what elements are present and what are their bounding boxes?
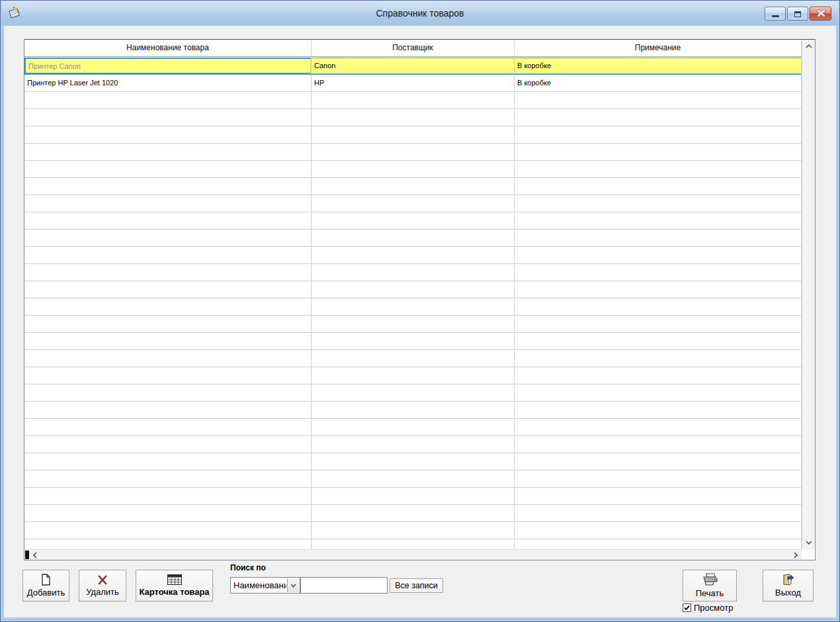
table-cell[interactable]	[24, 333, 312, 349]
table-cell[interactable]	[312, 178, 515, 195]
delete-button[interactable]: Удалить	[79, 570, 126, 601]
table-cell[interactable]	[312, 195, 515, 212]
table-row[interactable]	[24, 419, 802, 436]
table-row[interactable]	[24, 230, 802, 247]
table-cell[interactable]	[515, 195, 802, 212]
table-row[interactable]	[24, 505, 802, 522]
table-cell[interactable]	[515, 144, 802, 160]
table-cell[interactable]	[312, 419, 515, 435]
table-cell[interactable]	[24, 212, 312, 229]
table-cell[interactable]	[515, 470, 802, 487]
chevron-left-icon[interactable]	[30, 550, 40, 560]
scrollbar-thumb[interactable]	[25, 551, 29, 559]
table-cell[interactable]	[312, 470, 515, 487]
table-cell[interactable]: В коробке	[515, 75, 802, 91]
table-cell[interactable]	[515, 402, 802, 418]
table-cell[interactable]	[312, 436, 515, 453]
table-row[interactable]	[24, 384, 802, 402]
table-row[interactable]	[24, 109, 802, 126]
table-cell[interactable]: В коробке	[515, 58, 802, 74]
table-cell[interactable]	[515, 436, 802, 453]
table-cell[interactable]: Принтер Canon	[24, 58, 312, 74]
table-cell[interactable]	[24, 470, 312, 487]
table-cell[interactable]	[515, 92, 802, 109]
minimize-button[interactable]	[765, 7, 786, 21]
table-row[interactable]	[24, 212, 802, 230]
table-cell[interactable]	[312, 92, 515, 109]
table-cell[interactable]	[24, 522, 312, 539]
maximize-button[interactable]	[787, 7, 808, 21]
table-cell[interactable]	[312, 522, 515, 539]
table-cell[interactable]	[515, 264, 802, 281]
table-row[interactable]	[24, 126, 802, 144]
table-cell[interactable]	[515, 539, 802, 549]
table-row[interactable]	[24, 92, 802, 109]
table-row[interactable]	[24, 247, 802, 264]
table-cell[interactable]	[24, 144, 312, 160]
search-field-select[interactable]: Наименованию	[230, 577, 300, 594]
exit-button[interactable]: Выход	[763, 570, 814, 601]
table-cell[interactable]	[312, 505, 515, 521]
horizontal-scrollbar[interactable]	[24, 549, 802, 560]
table-cell[interactable]	[24, 178, 312, 195]
table-cell[interactable]	[24, 126, 312, 143]
table-cell[interactable]	[24, 367, 312, 384]
table-cell[interactable]	[515, 230, 802, 246]
table-cell[interactable]	[24, 539, 312, 549]
chevron-right-icon[interactable]	[791, 550, 800, 560]
table-cell[interactable]	[312, 384, 515, 401]
table-cell[interactable]	[24, 281, 312, 298]
table-cell[interactable]	[515, 212, 802, 229]
search-input[interactable]	[300, 577, 388, 594]
table-cell[interactable]	[515, 453, 802, 470]
column-header[interactable]: Наименование товара	[24, 40, 312, 56]
table-cell[interactable]	[515, 109, 802, 126]
table-cell[interactable]	[24, 453, 312, 470]
table-cell[interactable]	[312, 161, 515, 177]
table-row[interactable]	[24, 436, 802, 453]
table-cell[interactable]	[515, 384, 802, 401]
table-cell[interactable]	[312, 333, 515, 349]
table-row[interactable]	[24, 264, 802, 281]
table-cell[interactable]	[24, 436, 312, 453]
table-cell[interactable]	[24, 230, 312, 246]
table-cell[interactable]	[24, 247, 312, 263]
chevron-down-icon[interactable]	[802, 537, 815, 548]
table-cell[interactable]	[24, 195, 312, 212]
table-row[interactable]	[24, 470, 802, 488]
table-cell[interactable]	[312, 298, 515, 315]
table-cell[interactable]	[24, 92, 312, 109]
table-cell[interactable]	[515, 522, 802, 539]
chevron-down-icon[interactable]	[287, 578, 299, 592]
table-row[interactable]	[24, 522, 802, 539]
table-cell[interactable]	[312, 109, 515, 126]
table-row[interactable]	[24, 333, 802, 350]
table-cell[interactable]	[515, 178, 802, 195]
table-cell[interactable]	[24, 316, 312, 332]
column-header[interactable]: Поставщик	[312, 40, 515, 56]
table-cell[interactable]	[312, 488, 515, 504]
table-row[interactable]	[24, 144, 802, 161]
table-cell[interactable]	[515, 505, 802, 521]
print-button[interactable]: Печать	[683, 570, 737, 601]
table-cell[interactable]	[312, 453, 515, 470]
table-cell[interactable]	[312, 281, 515, 298]
table-cell[interactable]	[312, 247, 515, 263]
table-cell[interactable]	[515, 488, 802, 504]
table-cell[interactable]	[312, 144, 515, 160]
add-button[interactable]: Добавить	[22, 570, 69, 601]
table-cell[interactable]	[515, 333, 802, 349]
table-cell[interactable]	[312, 367, 515, 384]
table-cell[interactable]	[312, 316, 515, 332]
table-cell[interactable]	[312, 212, 515, 229]
table-row[interactable]	[24, 281, 802, 298]
table-cell[interactable]	[515, 247, 802, 263]
table-cell[interactable]	[515, 367, 802, 384]
table-cell[interactable]	[312, 230, 515, 246]
table-cell[interactable]	[312, 264, 515, 281]
preview-checkbox[interactable]	[683, 603, 691, 612]
table-cell[interactable]	[515, 316, 802, 332]
table-cell[interactable]	[24, 402, 312, 418]
table-row[interactable]	[24, 316, 802, 333]
table-cell[interactable]	[24, 384, 312, 401]
